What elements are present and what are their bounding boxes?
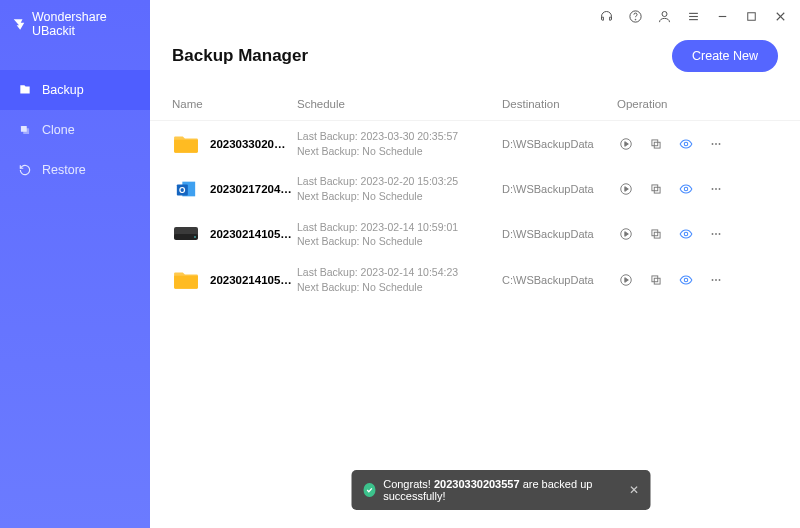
- sidebar-item-label: Restore: [42, 163, 86, 177]
- success-check-icon: [364, 483, 376, 497]
- svg-rect-1: [23, 128, 29, 134]
- backup-name: 20230217204855: [210, 183, 297, 195]
- svg-marker-24: [625, 187, 629, 192]
- more-icon[interactable]: [709, 227, 723, 241]
- clone-icon: [18, 123, 32, 137]
- svg-point-33: [194, 237, 196, 239]
- view-icon[interactable]: [679, 227, 693, 241]
- app-name: Wondershare UBackit: [32, 10, 138, 38]
- brand: Wondershare UBackit: [0, 0, 150, 48]
- copy-icon[interactable]: [649, 137, 663, 151]
- create-new-button[interactable]: Create New: [672, 40, 778, 72]
- svg-marker-43: [625, 277, 629, 282]
- support-icon[interactable]: [599, 9, 614, 24]
- sidebar-item-label: Clone: [42, 123, 75, 137]
- copy-icon[interactable]: [649, 227, 663, 241]
- folder-icon: [172, 132, 200, 156]
- page-title: Backup Manager: [172, 46, 308, 66]
- svg-point-46: [684, 278, 688, 282]
- backup-destination: D:\WSBackupData: [502, 183, 617, 195]
- view-icon[interactable]: [679, 182, 693, 196]
- table-header: Name Schedule Destination Operation: [150, 88, 800, 121]
- svg-text:O: O: [179, 186, 186, 195]
- svg-rect-45: [654, 278, 660, 284]
- table-row[interactable]: 20230214105901Last Backup: 2023-02-14 10…: [150, 212, 800, 257]
- column-operation: Operation: [617, 98, 778, 110]
- app-logo-icon: [12, 16, 26, 32]
- toast-text: Congrats! 20230330203557 are backed up s…: [383, 478, 612, 502]
- row-operations: [617, 273, 778, 287]
- menu-icon[interactable]: [686, 9, 701, 24]
- sidebar-item-clone[interactable]: Clone: [0, 110, 150, 150]
- maximize-icon[interactable]: [744, 9, 759, 24]
- sidebar-item-backup[interactable]: Backup: [0, 70, 150, 110]
- copy-icon[interactable]: [649, 273, 663, 287]
- run-icon[interactable]: [619, 137, 633, 151]
- svg-rect-44: [652, 276, 658, 282]
- copy-icon[interactable]: [649, 182, 663, 196]
- svg-rect-9: [748, 12, 756, 20]
- sidebar-item-label: Backup: [42, 83, 84, 97]
- svg-marker-13: [625, 141, 629, 146]
- toast: Congrats! 20230330203557 are backed up s…: [352, 470, 651, 510]
- backup-schedule: Last Backup: 2023-03-30 20:35:57Next Bac…: [297, 129, 502, 158]
- view-icon[interactable]: [679, 273, 693, 287]
- svg-point-28: [712, 188, 714, 190]
- svg-point-39: [712, 234, 714, 236]
- table-row[interactable]: 2023033020…Last Backup: 2023-03-30 20:35…: [150, 121, 800, 166]
- more-icon[interactable]: [709, 137, 723, 151]
- backup-schedule: Last Backup: 2023-02-14 10:59:01Next Bac…: [297, 220, 502, 249]
- toast-close-icon[interactable]: ✕: [629, 483, 639, 497]
- titlebar: [150, 0, 800, 32]
- backup-name: 20230214105901: [210, 228, 297, 240]
- svg-rect-36: [652, 230, 658, 236]
- run-icon[interactable]: [619, 182, 633, 196]
- backup-icon: [18, 83, 32, 97]
- svg-point-3: [635, 19, 636, 20]
- close-icon[interactable]: [773, 9, 788, 24]
- backup-destination: C:\WSBackupData: [502, 274, 617, 286]
- restore-icon: [18, 163, 32, 177]
- backup-schedule: Last Backup: 2023-02-20 15:03:25Next Bac…: [297, 174, 502, 203]
- backup-destination: D:\WSBackupData: [502, 138, 617, 150]
- svg-point-18: [715, 143, 717, 145]
- svg-point-47: [712, 279, 714, 281]
- minimize-icon[interactable]: [715, 9, 730, 24]
- row-operations: [617, 137, 778, 151]
- backup-schedule: Last Backup: 2023-02-14 10:54:23Next Bac…: [297, 265, 502, 294]
- backup-name: 20230214105139: [210, 274, 297, 286]
- svg-point-27: [684, 187, 688, 191]
- column-name: Name: [172, 98, 297, 110]
- svg-rect-14: [652, 140, 658, 146]
- outlook-icon: O: [172, 177, 200, 201]
- column-destination: Destination: [502, 98, 617, 110]
- disk-icon: [172, 222, 200, 246]
- svg-point-4: [662, 11, 667, 16]
- table-row[interactable]: 20230214105139Last Backup: 2023-02-14 10…: [150, 257, 800, 302]
- more-icon[interactable]: [709, 182, 723, 196]
- row-operations: [617, 227, 778, 241]
- row-operations: [617, 182, 778, 196]
- run-icon[interactable]: [619, 227, 633, 241]
- help-icon[interactable]: [628, 9, 643, 24]
- sidebar-item-restore[interactable]: Restore: [0, 150, 150, 190]
- column-schedule: Schedule: [297, 98, 502, 110]
- table-row[interactable]: O20230217204855Last Backup: 2023-02-20 1…: [150, 166, 800, 211]
- more-icon[interactable]: [709, 273, 723, 287]
- svg-rect-37: [654, 233, 660, 239]
- svg-marker-35: [625, 232, 629, 237]
- svg-point-30: [719, 188, 721, 190]
- svg-rect-15: [654, 142, 660, 148]
- svg-rect-26: [654, 187, 660, 193]
- svg-point-16: [684, 142, 688, 146]
- backup-destination: D:\WSBackupData: [502, 228, 617, 240]
- run-icon[interactable]: [619, 273, 633, 287]
- account-icon[interactable]: [657, 9, 672, 24]
- main-panel: Backup Manager Create New Name Schedule …: [150, 0, 800, 528]
- svg-point-29: [715, 188, 717, 190]
- svg-point-17: [712, 143, 714, 145]
- table-body: 2023033020…Last Backup: 2023-03-30 20:35…: [150, 121, 800, 303]
- svg-point-40: [715, 234, 717, 236]
- folder-icon: [172, 268, 200, 292]
- view-icon[interactable]: [679, 137, 693, 151]
